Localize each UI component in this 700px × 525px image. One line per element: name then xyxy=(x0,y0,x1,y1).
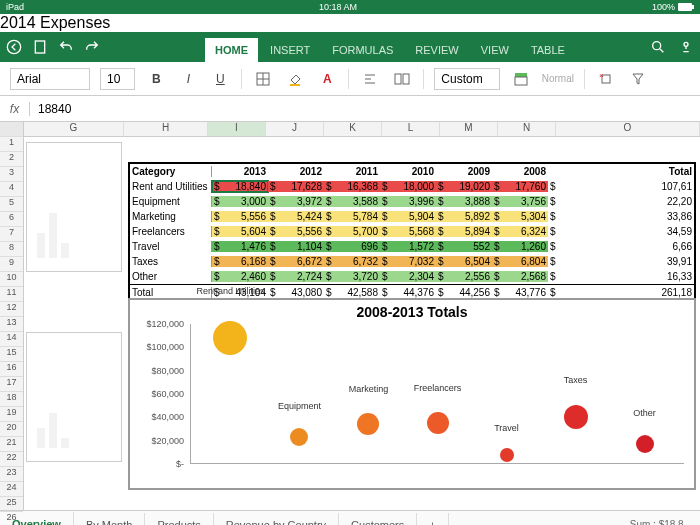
row-hdr-13[interactable]: 13 xyxy=(0,317,23,332)
row-hdr-21[interactable]: 21 xyxy=(0,437,23,452)
redo-icon[interactable] xyxy=(84,39,100,55)
bubble-rent-and-utilities[interactable] xyxy=(213,321,247,355)
table-row[interactable]: Equipment$3,000$3,972$3,588$3,996$3,888$… xyxy=(130,194,694,209)
row-hdr-18[interactable]: 18 xyxy=(0,392,23,407)
svg-rect-13 xyxy=(395,74,401,84)
add-sheet-button[interactable]: + xyxy=(417,513,448,526)
underline-button[interactable]: U xyxy=(209,68,231,90)
row-hdr-10[interactable]: 10 xyxy=(0,272,23,287)
bubble-taxes[interactable] xyxy=(564,405,588,429)
row-hdr-26[interactable]: 26 xyxy=(0,512,23,525)
sheet-tab-products[interactable]: Products xyxy=(145,513,213,526)
y-tick: $80,000 xyxy=(151,366,184,376)
svg-rect-22 xyxy=(37,428,45,448)
row-hdr-9[interactable]: 9 xyxy=(0,257,23,272)
col-hdr-G[interactable]: G xyxy=(24,122,124,136)
col-hdr-H[interactable]: H xyxy=(124,122,208,136)
row-hdr-25[interactable]: 25 xyxy=(0,497,23,512)
row-hdr-15[interactable]: 15 xyxy=(0,347,23,362)
back-icon[interactable] xyxy=(6,39,22,55)
font-name-select[interactable]: Arial xyxy=(10,68,90,90)
insert-cells-button[interactable]: × xyxy=(595,68,617,90)
file-icon[interactable] xyxy=(32,39,48,55)
row-hdr-11[interactable]: 11 xyxy=(0,287,23,302)
column-headers: G H I J K L M N O xyxy=(24,122,700,137)
expenses-table[interactable]: Category 2013 2012 2011 2010 2009 2008 T… xyxy=(128,162,696,301)
col-hdr-N[interactable]: N xyxy=(498,122,556,136)
row-hdr-24[interactable]: 24 xyxy=(0,482,23,497)
row-hdr-7[interactable]: 7 xyxy=(0,227,23,242)
table-row[interactable]: Marketing$5,556$5,424$5,784$5,904$5,892$… xyxy=(130,209,694,224)
col-hdr-K[interactable]: K xyxy=(324,122,382,136)
col-hdr-J[interactable]: J xyxy=(266,122,324,136)
ios-status-bar: iPad 10:18 AM 100% xyxy=(0,0,700,14)
table-row[interactable]: Other$2,460$2,724$3,720$2,304$2,556$2,56… xyxy=(130,269,694,284)
row-hdr-1[interactable]: 1 xyxy=(0,137,23,152)
tab-review[interactable]: REVIEW xyxy=(405,38,468,62)
row-hdr-4[interactable]: 4 xyxy=(0,182,23,197)
col-hdr-M[interactable]: M xyxy=(440,122,498,136)
chart-thumbnail-2[interactable] xyxy=(26,332,122,462)
tab-home[interactable]: HOME xyxy=(205,38,258,62)
search-icon[interactable] xyxy=(650,39,666,55)
table-header-row: Category 2013 2012 2011 2010 2009 2008 T… xyxy=(130,164,694,179)
chart-thumbnail-1[interactable] xyxy=(26,142,122,272)
col-hdr-O[interactable]: O xyxy=(556,122,700,136)
table-row[interactable]: Freelancers$5,604$5,556$5,700$5,568$5,89… xyxy=(130,224,694,239)
chart-y-axis: $120,000$100,000$80,000$60,000$40,000$20… xyxy=(140,324,186,464)
row-hdr-22[interactable]: 22 xyxy=(0,452,23,467)
tab-insert[interactable]: INSERT xyxy=(260,38,320,62)
row-hdr-8[interactable]: 8 xyxy=(0,242,23,257)
svg-rect-9 xyxy=(290,84,300,86)
sheet-tab-by-month[interactable]: By Month xyxy=(74,513,145,526)
sheet-tab-customers[interactable]: Customers xyxy=(339,513,417,526)
row-hdr-19[interactable]: 19 xyxy=(0,407,23,422)
share-icon[interactable] xyxy=(678,39,694,55)
font-size-select[interactable]: 10 xyxy=(100,68,135,90)
row-hdr-12[interactable]: 12 xyxy=(0,302,23,317)
col-hdr-L[interactable]: L xyxy=(382,122,440,136)
row-hdr-17[interactable]: 17 xyxy=(0,377,23,392)
row-hdr-5[interactable]: 5 xyxy=(0,197,23,212)
row-hdr-23[interactable]: 23 xyxy=(0,467,23,482)
spreadsheet-grid[interactable]: 1234567891011121314151617181920212223242… xyxy=(0,122,700,510)
table-row[interactable]: Taxes$6,168$6,672$6,732$7,032$6,504$6,80… xyxy=(130,254,694,269)
formula-value[interactable]: 18840 xyxy=(30,102,79,116)
table-style-label[interactable]: Normal xyxy=(542,73,574,84)
fill-color-button[interactable] xyxy=(284,68,306,90)
tab-formulas[interactable]: FORMULAS xyxy=(322,38,403,62)
borders-button[interactable] xyxy=(252,68,274,90)
y-tick: $40,000 xyxy=(151,412,184,422)
bubble-other[interactable] xyxy=(636,435,654,453)
sheet-tab-revenue[interactable]: Revenue by Country xyxy=(214,513,339,526)
row-hdr-6[interactable]: 6 xyxy=(0,212,23,227)
bubble-equipment[interactable] xyxy=(290,428,308,446)
align-button[interactable] xyxy=(359,68,381,90)
tab-view[interactable]: VIEW xyxy=(471,38,519,62)
totals-chart[interactable]: 2008-2013 Totals $120,000$100,000$80,000… xyxy=(128,298,696,490)
bold-button[interactable]: B xyxy=(145,68,167,90)
italic-button[interactable]: I xyxy=(177,68,199,90)
number-format-select[interactable]: Custom xyxy=(434,68,499,90)
table-row[interactable]: Travel$1,476$1,104$696$1,572$552$1,260$6… xyxy=(130,239,694,254)
table-row[interactable]: Rent and Utilities$18,840$17,628$16,368$… xyxy=(130,179,694,194)
font-color-button[interactable]: A xyxy=(316,68,338,90)
col-hdr-I[interactable]: I xyxy=(208,122,266,136)
row-hdr-3[interactable]: 3 xyxy=(0,167,23,182)
fx-label[interactable]: fx xyxy=(0,102,30,116)
bubble-marketing[interactable] xyxy=(357,413,379,435)
row-hdr-2[interactable]: 2 xyxy=(0,152,23,167)
row-hdr-14[interactable]: 14 xyxy=(0,332,23,347)
merge-button[interactable] xyxy=(391,68,413,90)
sort-filter-button[interactable] xyxy=(627,68,649,90)
bubble-freelancers[interactable] xyxy=(427,412,449,434)
tab-table[interactable]: TABLE xyxy=(521,38,575,62)
svg-point-2 xyxy=(7,40,20,53)
battery-pct: 100% xyxy=(652,2,675,12)
undo-icon[interactable] xyxy=(58,39,74,55)
row-hdr-20[interactable]: 20 xyxy=(0,422,23,437)
status-sum: Sum : $18,8... xyxy=(630,519,692,525)
cell-styles-button[interactable] xyxy=(510,68,532,90)
bubble-travel[interactable] xyxy=(500,448,514,462)
row-hdr-16[interactable]: 16 xyxy=(0,362,23,377)
